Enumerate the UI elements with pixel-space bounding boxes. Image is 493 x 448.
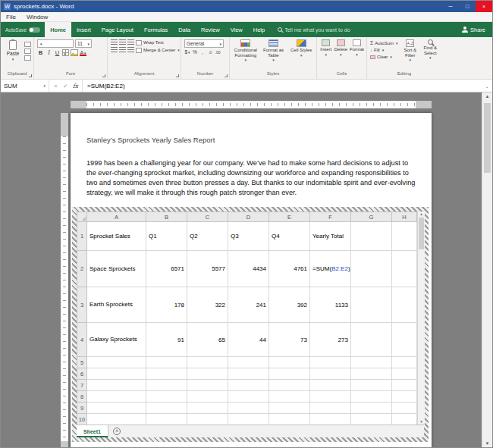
cell-f2-formula[interactable]: =SUM(B2:E2)	[310, 251, 351, 287]
cell-b4[interactable]: 91	[146, 323, 187, 357]
close-button[interactable]: ×	[476, 1, 492, 12]
sort-filter-button[interactable]: Sort & Filter	[401, 39, 419, 63]
cell-styles-button[interactable]: Cell Styles	[288, 39, 314, 58]
insert-function-button[interactable]: fx	[71, 83, 80, 89]
empty-cell[interactable]	[228, 380, 269, 391]
fill-button[interactable]: Fill	[370, 48, 399, 52]
col-header-e[interactable]: E	[269, 212, 310, 222]
cell-e1[interactable]: Q4	[269, 222, 310, 251]
row-header-4[interactable]: 4	[77, 323, 87, 357]
cancel-formula-button[interactable]: ×	[51, 83, 61, 89]
col-header-f[interactable]: F	[310, 212, 351, 222]
format-as-table-button[interactable]: Format as Table	[261, 39, 287, 63]
empty-cell[interactable]	[392, 357, 417, 368]
row-header-5[interactable]: 5	[77, 357, 87, 368]
empty-cell[interactable]	[392, 380, 417, 391]
scroll-thumb[interactable]	[419, 218, 424, 249]
maximize-button[interactable]: □	[459, 1, 476, 12]
font-dialog-launcher-icon[interactable]	[102, 74, 105, 77]
empty-cell[interactable]	[187, 414, 228, 425]
empty-cell[interactable]	[310, 414, 351, 425]
col-header-d[interactable]: D	[228, 212, 269, 222]
cell-f1[interactable]: Yearly Total	[310, 222, 351, 251]
italic-button[interactable]: I	[46, 49, 52, 56]
enter-formula-button[interactable]: ✓	[61, 83, 71, 89]
tab-formulas[interactable]: Formulas	[139, 22, 173, 37]
cell-g1[interactable]	[351, 222, 392, 251]
underline-button[interactable]: U	[54, 49, 61, 56]
number-format-select[interactable]: General	[184, 39, 224, 48]
tab-review[interactable]: Review	[196, 22, 225, 37]
empty-cell[interactable]	[310, 380, 351, 391]
empty-cell[interactable]	[269, 391, 310, 403]
borders-icon[interactable]	[62, 49, 69, 56]
align-top-icon[interactable]	[111, 39, 118, 45]
scroll-up-icon[interactable]: ▲	[418, 212, 425, 216]
bold-button[interactable]: B	[37, 49, 44, 56]
empty-cell[interactable]	[392, 414, 417, 425]
autosum-button[interactable]: AutoSum	[370, 40, 399, 45]
cell-h2[interactable]	[392, 251, 417, 287]
empty-cell[interactable]	[146, 403, 187, 414]
scroll-down-icon[interactable]: ▼	[482, 441, 492, 446]
empty-cell[interactable]	[228, 357, 269, 368]
cell-b3[interactable]: 178	[146, 287, 187, 323]
align-right-icon[interactable]	[127, 47, 134, 53]
scroll-thumb[interactable]	[484, 103, 491, 173]
tab-help[interactable]: Help	[248, 22, 270, 37]
empty-cell[interactable]	[392, 403, 417, 414]
empty-cell[interactable]	[310, 403, 351, 414]
cell-h4[interactable]	[392, 323, 417, 357]
empty-cell[interactable]	[187, 391, 228, 403]
empty-cell[interactable]	[351, 368, 392, 380]
empty-cell[interactable]	[146, 368, 187, 380]
cell-c1[interactable]: Q2	[187, 222, 228, 251]
align-bottom-icon[interactable]	[127, 39, 134, 45]
empty-cell[interactable]	[392, 368, 417, 380]
empty-cell[interactable]	[87, 368, 146, 380]
vertical-ruler[interactable]	[61, 113, 68, 447]
empty-cell[interactable]	[87, 391, 146, 403]
empty-cell[interactable]	[351, 403, 392, 414]
minimize-button[interactable]: ─	[442, 1, 459, 12]
empty-cell[interactable]	[310, 391, 351, 403]
name-box[interactable]: SUM ▾	[1, 80, 49, 92]
embedded-excel-object[interactable]: A B C D E F G H 1 Sprocket	[72, 207, 429, 442]
row-header-6[interactable]: 6	[77, 368, 87, 380]
format-painter-icon[interactable]	[24, 55, 31, 61]
font-color-icon[interactable]	[80, 50, 86, 55]
cell-d3[interactable]: 241	[228, 287, 269, 323]
empty-cell[interactable]	[187, 357, 228, 368]
cell-a4[interactable]: Galaxy Sprockets	[87, 323, 146, 357]
cell-g2[interactable]	[351, 251, 392, 287]
horizontal-ruler[interactable]	[71, 101, 432, 108]
select-all-corner[interactable]	[77, 212, 87, 222]
fill-color-icon[interactable]	[71, 49, 78, 56]
cell-f3[interactable]: 1133	[310, 287, 351, 323]
row-header-7[interactable]: 7	[77, 380, 87, 391]
cell-b2[interactable]: 6571	[146, 251, 187, 287]
currency-format-button[interactable]: $	[184, 49, 190, 55]
row-header-8[interactable]: 8	[77, 391, 87, 403]
copy-icon[interactable]	[24, 49, 31, 54]
cell-h3[interactable]	[392, 287, 417, 323]
share-button[interactable]: Share	[455, 22, 492, 37]
clipboard-dialog-launcher-icon[interactable]	[29, 74, 32, 77]
align-center-icon[interactable]	[119, 47, 126, 53]
conditional-formatting-button[interactable]: Conditional Formatting	[233, 39, 259, 63]
empty-cell[interactable]	[228, 403, 269, 414]
cell-h1[interactable]	[392, 222, 417, 251]
row-header-2[interactable]: 2	[77, 251, 87, 287]
empty-cell[interactable]	[146, 414, 187, 425]
format-cells-button[interactable]: Format	[350, 39, 364, 57]
empty-cell[interactable]	[87, 357, 146, 368]
cell-c2[interactable]: 5577	[187, 251, 228, 287]
row-header-10[interactable]: 10	[77, 414, 87, 425]
empty-cell[interactable]	[269, 403, 310, 414]
scroll-up-icon[interactable]: ▲	[482, 94, 492, 99]
empty-cell[interactable]	[351, 391, 392, 403]
paste-button[interactable]: Paste	[4, 39, 22, 61]
formula-input[interactable]: =SUM(B2:E2)	[83, 80, 482, 92]
menu-file[interactable]: File	[1, 14, 21, 20]
tab-home[interactable]: Home	[45, 22, 71, 37]
